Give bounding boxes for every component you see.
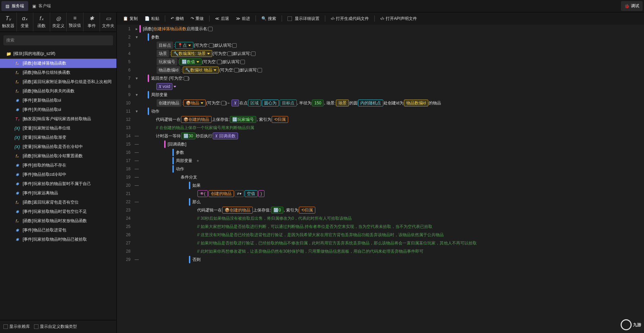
- debug-button[interactable]: 🐞调试: [621, 1, 643, 11]
- tool-预设值[interactable]: ≡预设值: [67, 12, 83, 32]
- code-line[interactable]: 13// 在创建的物品上保存一个玩家编号用来判断物品归属: [117, 124, 644, 132]
- detail-toggle[interactable]: 显示详细设置: [284, 14, 323, 24]
- tree-item[interactable]: ✱[事件]物品拾取cd冷却中: [0, 170, 116, 179]
- tree-item[interactable]: Tᵧ[触发器]响应客户端玩家选择拾取物品: [0, 114, 116, 124]
- tree-item[interactable]: {X}[变量]玩家物品拾取渐变: [0, 133, 116, 142]
- code-line[interactable]: 3目标点 : 📍点 (可为空:) 默认填写:: [117, 41, 644, 49]
- tree-item[interactable]: fₓ[函数]玩家拾取物品时发放物品函数: [0, 216, 116, 226]
- tool-触发器[interactable]: Tᵧ触发器: [0, 12, 17, 32]
- copy-button[interactable]: 📋 复制: [120, 14, 141, 24]
- code-line[interactable]: 9▾局部变量: [117, 91, 644, 99]
- tool-文件夹[interactable]: ▭文件夹: [100, 12, 116, 32]
- tree-item[interactable]: ✱[事件]玩家远离物品: [0, 188, 116, 198]
- search-button[interactable]: 🔍 搜索: [258, 14, 280, 24]
- code-line[interactable]: 28// 此时如果你再想修改逻辑，让丢弃物品仍然有30秒保护期，只用重做物品信息…: [117, 247, 644, 255]
- code-line[interactable]: 25// 如果大家想对物品是否拾取进行判断，可以通过判断物品.持有者单位是否为空…: [117, 222, 644, 231]
- code-line[interactable]: 15—[回调函数]: [117, 140, 644, 148]
- tree-item[interactable]: {X}[变量]玩家附近物品单位组: [0, 124, 116, 133]
- code-line[interactable]: 8𝑿 void: [117, 82, 644, 91]
- code-line[interactable]: 23代码逻辑一在📦创建的物品上保存值:🔢0, 索引为⟲归属: [117, 206, 644, 214]
- code-line[interactable]: 1▸[函数] 创建掉落物品函数 启用显示名:: [117, 25, 644, 33]
- cb-custom[interactable]: 显示自定义数编类型: [34, 324, 77, 330]
- tree-item[interactable]: {X}[变量]玩家物品拾取是否在冷却中: [0, 142, 116, 151]
- code-line[interactable]: 10创建的物品 : 📦物品 (可为空:) ← 𝑿在点区域圆心为目标点, 半径为1…: [117, 99, 644, 107]
- tree-item[interactable]: fₓ[函数]返回玩家附近新物品单位组是否和上次相同: [0, 77, 116, 87]
- code-line[interactable]: 18—动作: [117, 165, 644, 173]
- code-line[interactable]: 6物品数编id : 🔧数编Id: 物品 (可为空:) 默认填写:: [117, 66, 644, 74]
- code-line[interactable]: 22—那么: [117, 198, 644, 206]
- tree-item[interactable]: ✱[事件]关闭物品拾取ui: [0, 105, 116, 114]
- tool-函数[interactable]: fₓ函数: [33, 12, 50, 32]
- code-line[interactable]: 26// 这里没有对物品是否已经拾取进背包进行验证，是因为我希望大家在用官方背包…: [117, 231, 644, 239]
- tool-类定义[interactable]: ◎类定义: [50, 12, 67, 32]
- code-line[interactable]: 2▾参数: [117, 33, 644, 41]
- code-line[interactable]: 27// 如果对物品是否拾取进行验证，已经拾取的物品不修改归属，此时再用官方丢弃…: [117, 239, 644, 247]
- code-line[interactable]: 4场景 : 🔧数编属性: 场景 (可为空:) 默认填写:: [117, 49, 644, 58]
- tree-item[interactable]: ✱[事件]更新物品拾取ui: [0, 96, 116, 105]
- tree-item[interactable]: fₓ[函数]返回玩家背包是否有空位: [0, 198, 116, 207]
- tree-item[interactable]: ✱[事件]玩家拾取物品时背包空位不足: [0, 207, 116, 216]
- tool-事件[interactable]: ✱事件: [83, 12, 100, 32]
- code-line[interactable]: 14—计时器一等待🔢30秒后执行𝑿 回调函数: [117, 132, 644, 140]
- tool-row: Tᵧ触发器αₓ变量fₓ函数◎类定义≡预设值✱事件▭文件夹: [0, 12, 116, 32]
- watermark: 九游: [621, 319, 641, 330]
- tab-server[interactable]: ▤服务端: [1, 1, 28, 11]
- code-line[interactable]: 21👁(创建的物品≠▾空值): [117, 190, 644, 198]
- tree-root[interactable]: 📁 [模块]我的地图(p_sz9f): [0, 49, 116, 59]
- tree-item[interactable]: ✱[事件]拾取的物品不存在: [0, 161, 116, 170]
- cb-deps[interactable]: 显示依赖库: [3, 324, 30, 330]
- search-input[interactable]: 搜索: [3, 35, 113, 45]
- tree-item[interactable]: fₓ[函数]玩家物品拾取冷却重置函数: [0, 151, 116, 161]
- redo-button[interactable]: ↷ 重做: [187, 14, 207, 24]
- code-line[interactable]: 12代码逻辑一在📦创建的物品上保存值:🔢玩家编号, 索引为⟲归属: [117, 115, 644, 124]
- tree-item[interactable]: fₓ[函数]创建掉落物品函数: [0, 59, 116, 68]
- code-line[interactable]: 17—局部变量＋: [117, 157, 644, 165]
- code-line[interactable]: 16—参数: [117, 148, 644, 157]
- tab-client[interactable]: ▣客户端: [28, 1, 55, 11]
- tree-item[interactable]: fₓ[函数]物品单位组转换函数: [0, 68, 116, 77]
- tree-item[interactable]: ✱[事件]玩家拾取物品时物品已被拾取: [0, 235, 116, 244]
- paste-button[interactable]: 📄 粘贴: [141, 14, 163, 24]
- code-line[interactable]: 24// 30秒后如果物品没有被拾取后出售，将归属修改为0，代表此时所有人可拾取…: [117, 214, 644, 222]
- code-line[interactable]: 5玩家编号 : 🔢数值 (可为空:) 默认填写:: [117, 58, 644, 66]
- code-line[interactable]: 19—条件分支: [117, 173, 644, 181]
- tool-变量[interactable]: αₓ变量: [17, 12, 34, 32]
- undo-button[interactable]: ↶ 撤销: [167, 14, 187, 24]
- gen-button[interactable]: ‹/› 打开生成代码文件: [327, 14, 372, 24]
- tree-item[interactable]: fₓ[函数]物品拾取列表关闭函数: [0, 87, 116, 96]
- code-line[interactable]: 29—否则: [117, 255, 644, 264]
- code-line[interactable]: 20—如果: [117, 181, 644, 190]
- back-button[interactable]: ≪ 后退: [212, 14, 233, 24]
- code-line[interactable]: 11▾动作: [117, 107, 644, 115]
- tree-item[interactable]: ✱[事件]物品已拾取进背包: [0, 226, 116, 235]
- tree-item[interactable]: ✱[事件]玩家拾取的物品暂时不属于自己: [0, 179, 116, 188]
- api-button[interactable]: ‹/› 打开API声明文件: [377, 14, 420, 24]
- code-line[interactable]: 7▾返回类型 (可为空: ): [117, 74, 644, 82]
- fwd-button[interactable]: ≫ 前进: [233, 14, 253, 24]
